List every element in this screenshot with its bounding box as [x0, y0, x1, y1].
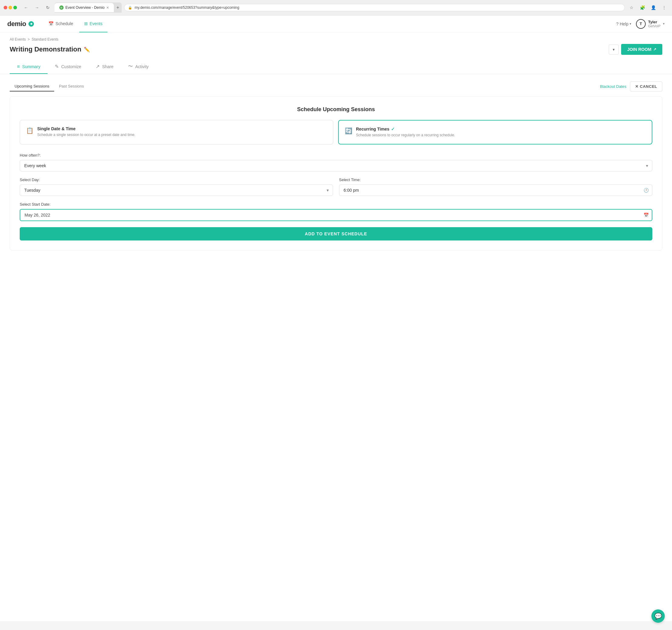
tab-title: Event Overview - Demio: [65, 5, 104, 10]
tab-bar: ≡ Summary ✎ Customize ↗ Share 〜 Activity: [0, 60, 672, 74]
schedule-nav-item[interactable]: 📅 Schedule: [44, 16, 78, 32]
new-tab-button[interactable]: +: [114, 2, 121, 13]
join-room-button[interactable]: JOIN ROOM ↗: [621, 44, 662, 55]
past-sessions-tab[interactable]: Past Sessions: [54, 81, 89, 91]
user-menu-chevron-icon: ▾: [663, 22, 665, 26]
start-date-input[interactable]: [20, 209, 652, 221]
support-chat-button[interactable]: 💬: [651, 609, 665, 621]
bookmark-button[interactable]: ☆: [627, 3, 636, 12]
url-text: my.demio.com/manage/event/520653?summary…: [135, 5, 239, 10]
day-time-row: Select Day: Sunday Monday Tuesday Wednes…: [20, 178, 652, 196]
tab-favicon: D: [59, 5, 64, 10]
time-input-wrapper: 🕐: [339, 184, 652, 196]
share-tab-icon: ↗: [96, 64, 100, 69]
select-day-label: Select Day:: [20, 178, 333, 182]
user-menu[interactable]: T Tyler GetVoIP ▾: [636, 19, 665, 29]
breadcrumb-category: Standard Events: [31, 37, 58, 42]
select-day-col: Select Day: Sunday Monday Tuesday Wednes…: [20, 178, 333, 196]
help-button[interactable]: ? Help ▾: [616, 22, 631, 26]
top-navigation: demio ◉ 📅 Schedule ⊞ Events ? Help ▾: [0, 16, 672, 32]
extensions-button[interactable]: 🧩: [638, 3, 647, 12]
address-bar[interactable]: 🔒 my.demio.com/manage/event/520653?summa…: [124, 4, 625, 11]
breadcrumb-area: All Events > Standard Events: [0, 32, 672, 42]
day-select-wrapper: Sunday Monday Tuesday Wednesday Thursday…: [20, 184, 333, 196]
calendar-nav-icon: 📅: [48, 21, 54, 26]
calendar-input-icon: 📅: [644, 213, 649, 217]
forward-button[interactable]: →: [33, 3, 41, 12]
sessions-tabs: Upcoming Sessions Past Sessions: [10, 81, 89, 91]
start-date-label: Select Start Date:: [20, 202, 652, 207]
upcoming-sessions-tab[interactable]: Upcoming Sessions: [10, 81, 54, 91]
lock-icon: 🔒: [128, 6, 132, 10]
logo-badge: ◉: [28, 21, 34, 27]
clock-icon: 🕐: [644, 188, 649, 193]
how-often-select-wrapper: Every week Every two weeks Every month: [20, 160, 652, 171]
session-actions: Blackout Dates ✕ CANCEL: [600, 81, 662, 91]
refresh-button[interactable]: ↻: [44, 3, 52, 12]
date-input-wrapper: 📅: [20, 209, 652, 221]
tab-activity[interactable]: 〜 Activity: [121, 60, 156, 74]
start-date-section: Select Start Date: 📅: [20, 202, 652, 221]
recurring-card-content: Recurring Times ✓ Schedule sessions to o…: [356, 126, 455, 138]
breadcrumb-all-events[interactable]: All Events: [10, 37, 26, 42]
main-content: Upcoming Sessions Past Sessions Blackout…: [0, 74, 672, 258]
how-often-label: How often?:: [20, 153, 652, 158]
schedule-type-cards: 📋 Single Date & Time Schedule a single s…: [20, 120, 652, 144]
calendar-card-icon: 📋: [26, 127, 33, 134]
edit-title-icon[interactable]: ✏️: [84, 47, 90, 52]
single-date-card[interactable]: 📋 Single Date & Time Schedule a single s…: [20, 120, 333, 144]
breadcrumb-separator: >: [27, 37, 30, 42]
user-info: Tyler GetVoIP: [648, 20, 661, 28]
activity-tab-icon: 〜: [128, 63, 133, 70]
tab-close-button[interactable]: ✕: [106, 6, 109, 10]
sessions-header: Upcoming Sessions Past Sessions Blackout…: [10, 81, 662, 91]
external-link-icon: ↗: [653, 47, 656, 51]
chat-icon: 💬: [654, 612, 662, 620]
page-title-row: Writing Demonstration ✏️: [10, 45, 90, 53]
page-header: Writing Demonstration ✏️ ▾ JOIN ROOM ↗: [0, 42, 672, 55]
cancel-x-icon: ✕: [635, 84, 639, 89]
add-to-schedule-button[interactable]: ADD TO EVENT SCHEDULE: [20, 227, 652, 240]
page-actions: ▾ JOIN ROOM ↗: [609, 44, 662, 55]
tab-summary[interactable]: ≡ Summary: [10, 60, 48, 74]
recurring-check-icon: ✓: [391, 126, 395, 132]
nav-items: 📅 Schedule ⊞ Events: [44, 16, 107, 32]
day-select[interactable]: Sunday Monday Tuesday Wednesday Thursday…: [20, 184, 333, 196]
recurring-times-card[interactable]: 🔄 Recurring Times ✓ Schedule sessions to…: [338, 120, 652, 144]
events-nav-item[interactable]: ⊞ Events: [79, 16, 107, 32]
tab-customize[interactable]: ✎ Customize: [48, 60, 88, 74]
logo: demio ◉: [7, 20, 34, 28]
nav-right: ? Help ▾ T Tyler GetVoIP ▾: [616, 19, 665, 29]
schedule-panel: Schedule Upcoming Sessions 📋 Single Date…: [10, 96, 662, 251]
cancel-button[interactable]: ✕ CANCEL: [630, 81, 662, 91]
schedule-panel-title: Schedule Upcoming Sessions: [20, 106, 652, 113]
blackout-dates-button[interactable]: Blackout Dates: [600, 84, 626, 89]
question-icon: ?: [616, 22, 618, 26]
profile-button[interactable]: 👤: [649, 3, 657, 12]
active-browser-tab[interactable]: D Event Overview - Demio ✕: [54, 3, 114, 12]
tab-share[interactable]: ↗ Share: [88, 60, 120, 74]
help-chevron-icon: ▾: [630, 22, 631, 25]
time-input[interactable]: [339, 184, 652, 196]
select-time-col: Select Time: 🕐: [339, 178, 652, 196]
recurring-card-icon: 🔄: [345, 127, 352, 135]
select-time-label: Select Time:: [339, 178, 652, 182]
customize-tab-icon: ✎: [55, 64, 59, 69]
more-options-button[interactable]: ▾: [609, 45, 619, 54]
summary-tab-icon: ≡: [17, 64, 20, 69]
breadcrumb: All Events > Standard Events: [10, 37, 662, 42]
back-button[interactable]: ←: [22, 3, 30, 12]
page-title: Writing Demonstration: [10, 45, 81, 53]
how-often-select[interactable]: Every week Every two weeks Every month: [20, 160, 652, 171]
user-avatar: T: [636, 19, 646, 29]
how-often-section: How often?: Every week Every two weeks E…: [20, 153, 652, 171]
grid-nav-icon: ⊞: [84, 21, 88, 26]
more-menu-button[interactable]: ⋮: [660, 3, 668, 12]
single-date-card-content: Single Date & Time Schedule a single ses…: [37, 126, 135, 138]
